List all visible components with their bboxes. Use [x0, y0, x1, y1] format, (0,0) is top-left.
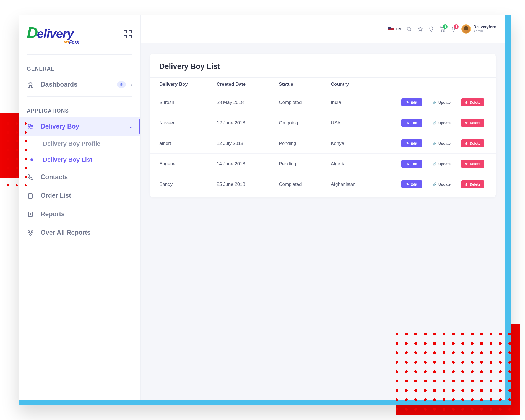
section-applications: APPLICATIONS [19, 102, 140, 117]
link-icon: 🔗 [433, 142, 437, 145]
col-country: Country [326, 78, 389, 92]
nav-contacts[interactable]: Contacts [19, 168, 140, 186]
nav-dashboards[interactable]: Dashboards 5 › [19, 75, 140, 94]
link-icon: 🔗 [433, 121, 437, 125]
nav-dashboards-badge: 5 [117, 81, 126, 88]
subnav-delivery-boy-list[interactable]: Delivery Boy List [36, 152, 140, 168]
cell-actions: ✎Edit 🔗Update 🗑Delete [389, 154, 496, 174]
cell-country: India [326, 92, 389, 113]
cell-date: 28 May 2018 [212, 92, 274, 113]
nav-dashboards-label: Dashboards [41, 81, 117, 88]
divider [27, 96, 132, 97]
link-icon: 🔗 [433, 162, 437, 166]
svg-point-9 [441, 30, 442, 31]
nodes-icon [26, 229, 35, 236]
cell-country: Afghanistan [326, 174, 389, 195]
update-button[interactable]: 🔗Update [428, 119, 456, 127]
delivery-boy-list-card: Delivery Boy List Delivery Boy Created D… [150, 54, 496, 197]
nav-delivery-boy[interactable]: Delivery Boy ⌄ [19, 117, 140, 136]
svg-point-7 [30, 234, 31, 235]
report-icon [26, 211, 35, 218]
language-selector[interactable]: EN [388, 27, 401, 31]
user-name: Deliveryforx [474, 25, 496, 29]
nav-reports[interactable]: Reports [19, 205, 140, 223]
delete-button[interactable]: 🗑Delete [461, 98, 484, 106]
pencil-icon: ✎ [406, 142, 409, 145]
cell-name: Suresh [150, 92, 212, 113]
cell-country: USA [326, 113, 389, 133]
cell-name: Sandy [150, 174, 212, 195]
pencil-icon: ✎ [406, 182, 409, 186]
edit-button[interactable]: ✎Edit [401, 139, 422, 147]
notifications-button[interactable]: 4 [450, 26, 456, 32]
divider [27, 54, 132, 55]
cell-status: Completed [274, 174, 326, 195]
delete-button[interactable]: 🗑Delete [461, 160, 484, 168]
subnav-profile-label: Delivery Boy Profile [43, 140, 100, 147]
cell-status: Pending [274, 133, 326, 154]
user-role: Admin ⌄ [474, 29, 496, 33]
topbar: EN 2 [141, 15, 505, 43]
cell-name: Naveen [150, 113, 212, 133]
delivery-boy-table: Delivery Boy Created Date Status Country… [150, 77, 496, 194]
col-delivery-boy: Delivery Boy [150, 78, 212, 92]
pin-icon [428, 26, 434, 32]
delete-button[interactable]: 🗑Delete [461, 180, 484, 188]
update-button[interactable]: 🔗Update [428, 180, 456, 188]
delivery-boy-submenu: Delivery Boy Profile Delivery Boy List [19, 136, 140, 168]
brand-logo: D elivery >>> ForX [27, 24, 79, 45]
update-button[interactable]: 🔗Update [428, 98, 456, 106]
nav-delivery-boy-label: Delivery Boy [41, 123, 129, 130]
trash-icon: 🗑 [465, 101, 468, 104]
col-status: Status [274, 78, 326, 92]
cart-button[interactable]: 2 [439, 26, 445, 32]
sidebar: D elivery >>> ForX GENERAL Dashboards 5 … [19, 15, 141, 400]
flag-us-icon [388, 27, 394, 31]
edit-button[interactable]: ✎Edit [401, 160, 422, 168]
user-menu[interactable]: Deliveryforx Admin ⌄ [461, 24, 496, 34]
subnav-list-label: Delivery Boy List [43, 156, 92, 163]
search-button[interactable] [406, 26, 412, 32]
cell-country: Kenya [326, 133, 389, 154]
cart-badge: 2 [443, 24, 448, 29]
nav-order-list[interactable]: Order List [19, 186, 140, 205]
table-row: albert 12 July 2018 Pending Kenya ✎Edit … [150, 133, 496, 154]
trash-icon: 🗑 [465, 162, 468, 166]
edit-button[interactable]: ✎Edit [401, 119, 422, 127]
nav-overall-reports[interactable]: Over All Reports [19, 223, 140, 242]
language-code: EN [396, 27, 401, 31]
decoration-dots-right [392, 329, 517, 411]
trash-icon: 🗑 [465, 183, 468, 186]
chevron-down-icon: ⌄ [129, 124, 132, 129]
logo-sub-text: ForX [69, 40, 79, 45]
delete-button[interactable]: 🗑Delete [461, 139, 484, 147]
cell-date: 25 June 2018 [212, 174, 274, 195]
edit-button[interactable]: ✎Edit [401, 180, 422, 188]
table-row: Eugene 14 June 2018 Pending Algeria ✎Edi… [150, 154, 496, 174]
nav-reports-label: Reports [41, 210, 132, 218]
delete-button[interactable]: 🗑Delete [461, 119, 484, 127]
logo-rest: elivery [37, 27, 73, 41]
favorites-button[interactable] [417, 26, 423, 32]
subnav-delivery-boy-profile[interactable]: Delivery Boy Profile [36, 136, 140, 152]
link-icon: 🔗 [433, 101, 437, 104]
home-icon [26, 81, 35, 88]
nav-order-list-label: Order List [41, 192, 132, 199]
page-title: Delivery Boy List [150, 54, 496, 77]
star-icon [417, 26, 423, 32]
cell-actions: ✎Edit 🔗Update 🗑Delete [389, 174, 496, 195]
location-button[interactable] [428, 26, 434, 32]
link-icon: 🔗 [433, 182, 437, 186]
edit-button[interactable]: ✎Edit [401, 98, 422, 106]
logo-arrows: >>> [63, 40, 69, 45]
pencil-icon: ✎ [406, 121, 409, 125]
nav-overall-label: Over All Reports [41, 229, 132, 236]
cell-actions: ✎Edit 🔗Update 🗑Delete [389, 133, 496, 154]
update-button[interactable]: 🔗Update [428, 160, 456, 168]
decoration-dots-left [4, 119, 28, 186]
apps-grid-icon[interactable] [124, 30, 132, 38]
trash-icon: 🗑 [465, 142, 468, 145]
svg-point-10 [443, 30, 444, 31]
update-button[interactable]: 🔗Update [428, 139, 456, 147]
table-row: Suresh 28 May 2018 Completed India ✎Edit… [150, 92, 496, 113]
